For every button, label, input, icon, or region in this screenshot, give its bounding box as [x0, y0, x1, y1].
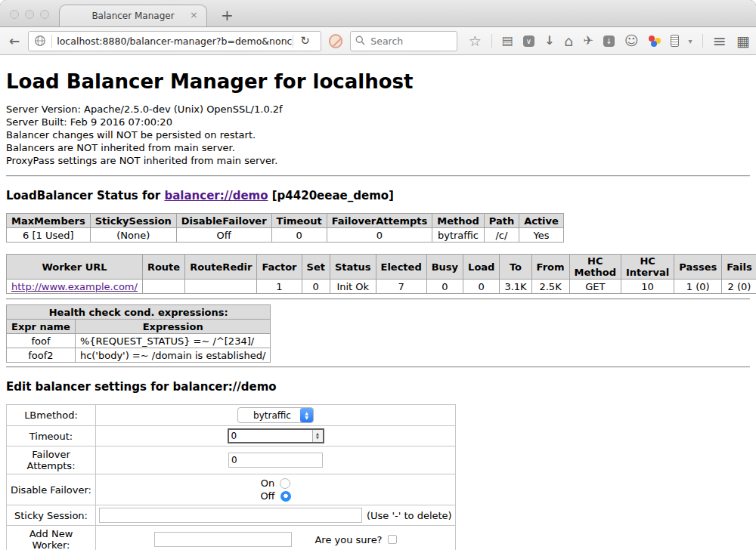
- sticky-session-input[interactable]: [99, 508, 362, 523]
- search-input[interactable]: [369, 35, 445, 48]
- header-cell: Factor: [257, 255, 302, 280]
- extension-download-icon[interactable]: ↓: [603, 36, 615, 47]
- chevron-down-icon[interactable]: ▾: [689, 37, 692, 45]
- disable-failover-on-radio[interactable]: [280, 478, 290, 489]
- clipboard-icon[interactable]: ▤: [502, 35, 513, 47]
- add-worker-cell: Are you sure?: [96, 526, 456, 550]
- downloads-icon[interactable]: ↓: [544, 35, 554, 47]
- form-row: Timeout: ▲▼: [7, 426, 456, 446]
- header-cell: Worker URL: [7, 255, 143, 280]
- server-note-line: Balancers are NOT inherited from main se…: [6, 141, 750, 154]
- server-info: Server Version: Apache/2.5.0-dev (Unix) …: [6, 103, 750, 167]
- header-cell: StickySession: [90, 214, 176, 228]
- divider: [6, 175, 750, 177]
- disable-failover-off-row: Off: [99, 490, 452, 502]
- timeout-input-wrap: ▲▼: [228, 428, 324, 443]
- balancer-demo-link[interactable]: balancer://demo: [164, 189, 268, 202]
- form-row: Failover Attempts:: [7, 446, 456, 474]
- divider: [6, 366, 750, 368]
- bookmark-star-icon[interactable]: ☆: [469, 35, 482, 47]
- sticky-session-cell: (Use '-' to delete): [96, 505, 456, 526]
- header-cell: HC Interval: [621, 255, 674, 280]
- cell: (None): [90, 228, 176, 243]
- disable-failover-off-radio[interactable]: [280, 491, 291, 502]
- tab-close-icon[interactable]: ×: [190, 10, 198, 20]
- header-cell: Set: [302, 255, 330, 280]
- table-header-row: MaxMembers StickySession DisableFailover…: [7, 214, 564, 228]
- cell: 0: [302, 280, 330, 294]
- cell: 0: [426, 280, 463, 294]
- cell: 1: [257, 280, 302, 294]
- device-icon[interactable]: [671, 35, 679, 47]
- page-title: Load Balancer Manager for localhost: [6, 70, 750, 93]
- menu-icon[interactable]: ≡: [713, 32, 727, 51]
- table-header-row: Expr name Expression: [7, 320, 271, 334]
- header-cell: Expr name: [7, 320, 76, 334]
- sticky-session-hint: (Use '-' to delete): [367, 510, 452, 521]
- failover-attempts-label: Failover Attempts:: [7, 446, 96, 474]
- cell: hc('body') =~ /domain is established/: [75, 348, 271, 363]
- lbmethod-label: LBmethod:: [7, 405, 96, 426]
- close-window-button[interactable]: [10, 10, 19, 19]
- cell: 0: [271, 228, 327, 243]
- url-bar[interactable]: localhost:8880/balancer-manager?b=demo&n…: [28, 31, 321, 51]
- cell: 7: [376, 280, 426, 294]
- send-icon[interactable]: ✈: [583, 35, 593, 47]
- back-button[interactable]: ←: [6, 33, 23, 48]
- header-cell: DisableFailover: [176, 214, 271, 228]
- edit-settings-heading: Edit balancer settings for balancer://de…: [6, 380, 750, 394]
- header-cell: Route: [142, 255, 184, 280]
- failover-attempts-input[interactable]: [228, 453, 323, 468]
- form-row: LBmethod: bytraffic ▲▼: [7, 405, 456, 426]
- worker-url-link[interactable]: http://www.example.com/: [11, 281, 138, 292]
- worker-row: http://www.example.com/ 1 0 Init Ok 7 0 …: [7, 280, 756, 294]
- disable-failover-label: Disable Failover:: [7, 474, 96, 505]
- toolbar-divider: [702, 34, 703, 48]
- feedback-smiley-icon[interactable]: ☺: [624, 35, 639, 47]
- lbmethod-select[interactable]: bytraffic ▲▼: [237, 407, 314, 423]
- cell: Yes: [519, 228, 564, 243]
- nav-toolbar: ← localhost:8880/balancer-manager?b=demo…: [0, 27, 756, 55]
- search-bar[interactable]: [350, 31, 457, 51]
- toolbar-icons: ☆ ▤ ∨ ↓ ⌂ ✈ ↓ ☺ ▾ ≡ ▦: [469, 32, 750, 51]
- health-check-table: Health check cond. expressions: Expr nam…: [6, 304, 271, 363]
- url-input[interactable]: localhost:8880/balancer-manager?b=demo&n…: [52, 36, 293, 47]
- traffic-lights: [10, 10, 49, 19]
- new-tab-button[interactable]: +: [221, 8, 234, 23]
- server-note-line: Balancer changes will NOT be persisted o…: [6, 128, 750, 141]
- header-cell: Timeout: [271, 214, 327, 228]
- reload-icon[interactable]: ↻: [293, 34, 317, 48]
- cell: 2.5K: [531, 280, 569, 294]
- status-heading-suffix: [p4420eeae_demo]: [268, 189, 394, 202]
- loadbalancer-status-heading: LoadBalancer Status for balancer://demo …: [6, 189, 750, 202]
- are-you-sure-checkbox[interactable]: [388, 535, 397, 544]
- header-cell: MaxMembers: [7, 214, 91, 228]
- header-cell: Passes: [674, 255, 722, 280]
- pages-grid-icon[interactable]: ▦: [736, 32, 750, 49]
- cell: [142, 280, 184, 294]
- timeout-input[interactable]: [229, 430, 312, 442]
- cell: 0: [463, 280, 500, 294]
- minimize-window-button[interactable]: [25, 10, 34, 19]
- header-cell: To: [500, 255, 531, 280]
- cell: 0: [327, 228, 432, 243]
- browser-tab[interactable]: Balancer Manager ×: [59, 5, 207, 26]
- table-row: 6 [1 Used] (None) Off 0 0 bytraffic /c/ …: [7, 228, 564, 243]
- cell: %{REQUEST_STATUS} =~ /^[234]/: [75, 334, 271, 348]
- disable-failover-on-row: On: [99, 477, 452, 490]
- cell: /c/: [484, 228, 519, 243]
- cell: foof2: [7, 348, 76, 363]
- number-stepper-icon[interactable]: ▲▼: [312, 430, 323, 442]
- cell: 2 (0): [722, 280, 756, 294]
- search-icon: [355, 34, 365, 48]
- site-globe-icon[interactable]: [34, 35, 46, 47]
- header-cell: RouteRedir: [185, 255, 257, 280]
- home-icon[interactable]: ⌂: [564, 35, 573, 47]
- pocket-icon[interactable]: ∨: [523, 36, 534, 47]
- content-blocked-icon[interactable]: [329, 34, 343, 48]
- color-dots-extension-icon[interactable]: [649, 35, 661, 47]
- header-cell: Active: [519, 214, 564, 228]
- add-worker-input[interactable]: [154, 532, 292, 547]
- header-cell: Status: [330, 255, 376, 280]
- zoom-window-button[interactable]: [40, 10, 49, 19]
